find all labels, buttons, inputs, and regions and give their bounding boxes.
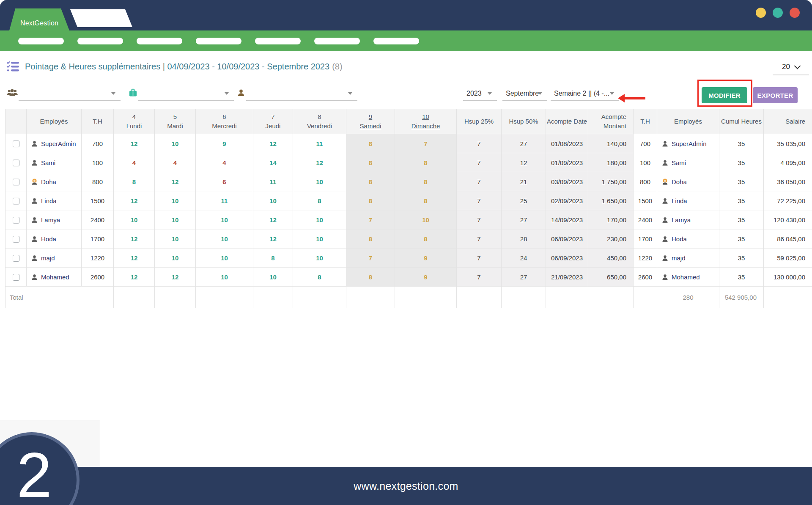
timesheet-table: EmployésT.H4Lundi5Mardi6Mercredi7Jeudi8V…: [5, 109, 812, 308]
window-dot-yellow-icon[interactable]: [756, 8, 766, 18]
total-label: Total: [5, 287, 114, 308]
total-empty-cell: [634, 287, 657, 308]
row-checkbox-cell: [5, 248, 27, 268]
hsup50-cell: 27: [502, 134, 546, 153]
row-checkbox-cell: [5, 191, 27, 210]
employee-cell: Hoda: [27, 229, 82, 248]
briefcase-icon: [129, 88, 137, 97]
hsup50-cell: 25: [502, 191, 546, 210]
salaire-cell: 130 000,00: [764, 268, 812, 287]
table-row: SuperAdmin7001210912118772701/08/2023140…: [5, 134, 812, 153]
th-cell: 800: [82, 172, 114, 191]
col-header-sam[interactable]: 9Samedi: [346, 109, 395, 134]
employee-name: Lamya: [41, 216, 60, 224]
window-dot-teal-icon[interactable]: [773, 8, 783, 18]
hsup50-cell: 21: [502, 172, 546, 191]
row-checkbox[interactable]: [13, 141, 19, 147]
employee-cell: majd: [27, 248, 82, 268]
total-cumul-heures: 280: [657, 287, 719, 308]
employee-filter-select[interactable]: [246, 86, 357, 101]
cumul-heures-cell: 35: [719, 153, 764, 172]
acompte-montant-cell: 140,00: [588, 134, 634, 153]
page-size-select[interactable]: 20: [773, 59, 809, 75]
col-header-cumul: Cumul Heures: [719, 109, 764, 134]
salaire-cell: 36 050,00: [764, 172, 812, 191]
day-hours-cell: 12: [114, 229, 155, 248]
employee-name: Hoda: [672, 235, 687, 243]
department-filter-select[interactable]: [138, 86, 234, 101]
total-empty-cell: [395, 287, 457, 308]
team-filter-select[interactable]: [19, 86, 121, 101]
user-avatar-female-icon: [661, 178, 669, 185]
th-cell-2: 700: [634, 134, 657, 153]
year-select[interactable]: 2023: [463, 86, 497, 101]
col-header-dim[interactable]: 10Dimanche: [395, 109, 457, 134]
page: NextGestion Pointage & Heures supplément…: [0, 0, 812, 505]
hsup50-cell: 27: [502, 268, 546, 287]
hsup25-cell: 7: [457, 191, 502, 210]
day-hours-cell: 12: [155, 268, 196, 287]
nav-item-placeholder[interactable]: [137, 38, 182, 44]
modify-button[interactable]: MODIFIER: [702, 87, 747, 103]
col-header-ven: 8Vendredi: [293, 109, 346, 134]
nav-item-placeholder[interactable]: [373, 38, 419, 44]
window-controls: [756, 8, 800, 18]
row-checkbox[interactable]: [13, 160, 19, 166]
nav-item-placeholder[interactable]: [18, 38, 64, 44]
weekend-hours-cell: 8: [395, 191, 457, 210]
day-hours-cell: 12: [114, 268, 155, 287]
nav-item-placeholder[interactable]: [196, 38, 241, 44]
row-checkbox[interactable]: [13, 198, 19, 204]
week-select[interactable]: Semaine 2 || (4 -...: [551, 86, 619, 101]
employee-name: Sami: [672, 159, 686, 166]
nav-item-placeholder[interactable]: [314, 38, 360, 44]
th-cell: 700: [82, 134, 114, 153]
table-header-row: EmployésT.H4Lundi5Mardi6Mercredi7Jeudi8V…: [5, 109, 812, 134]
window-dot-red-icon[interactable]: [790, 8, 800, 18]
row-checkbox-cell: [5, 172, 27, 191]
weekend-hours-cell: 9: [395, 268, 457, 287]
salaire-cell: 120 430,00: [764, 210, 812, 229]
day-hours-cell: 12: [293, 153, 346, 172]
day-hours-cell: 6: [196, 172, 253, 191]
acompte-date-cell: 01/08/2023: [546, 134, 588, 153]
row-checkbox[interactable]: [13, 179, 19, 185]
day-hours-cell: 10: [196, 268, 253, 287]
cumul-heures-cell: 35: [719, 268, 764, 287]
weekend-hours-cell: 8: [346, 229, 395, 248]
col-header-emp: Employés: [27, 109, 82, 134]
export-button[interactable]: EXPORTER: [753, 87, 798, 103]
row-checkbox[interactable]: [13, 217, 19, 224]
month-select[interactable]: Septembre: [502, 86, 547, 101]
total-empty-cell: [293, 287, 346, 308]
weekend-hours-cell: 8: [346, 153, 395, 172]
hsup50-cell: 24: [502, 248, 546, 268]
weekend-hours-cell: 7: [346, 248, 395, 268]
day-hours-cell: 12: [253, 229, 293, 248]
user-avatar-icon: [31, 159, 38, 166]
day-hours-cell: 8: [253, 248, 293, 268]
table-row: Hoda170012101012108872806/09/2023230,001…: [5, 229, 812, 248]
chevron-down-icon: [794, 62, 801, 69]
user-avatar-icon: [661, 216, 669, 224]
nav-item-placeholder[interactable]: [77, 38, 123, 44]
caret-down-icon: [225, 92, 229, 95]
user-avatar-icon: [661, 235, 669, 243]
salaire-cell: 59 025,00: [764, 248, 812, 268]
row-checkbox[interactable]: [13, 255, 19, 262]
row-checkbox[interactable]: [13, 274, 19, 281]
employee-cell: Lamya: [27, 210, 82, 229]
weekend-hours-cell: 7: [346, 210, 395, 229]
hsup25-cell: 7: [457, 210, 502, 229]
user-avatar-icon: [31, 273, 38, 281]
total-empty-cell: [588, 287, 634, 308]
day-hours-cell: 10: [293, 248, 346, 268]
nav-item-placeholder[interactable]: [255, 38, 301, 44]
employee-name: majd: [41, 254, 55, 262]
hsup25-cell: 7: [457, 134, 502, 153]
day-hours-cell: 4: [196, 153, 253, 172]
row-checkbox[interactable]: [13, 236, 19, 243]
footer-url: www.nextgestion.com: [354, 480, 458, 492]
th-cell-2: 2400: [634, 210, 657, 229]
caret-down-icon: [610, 92, 614, 95]
